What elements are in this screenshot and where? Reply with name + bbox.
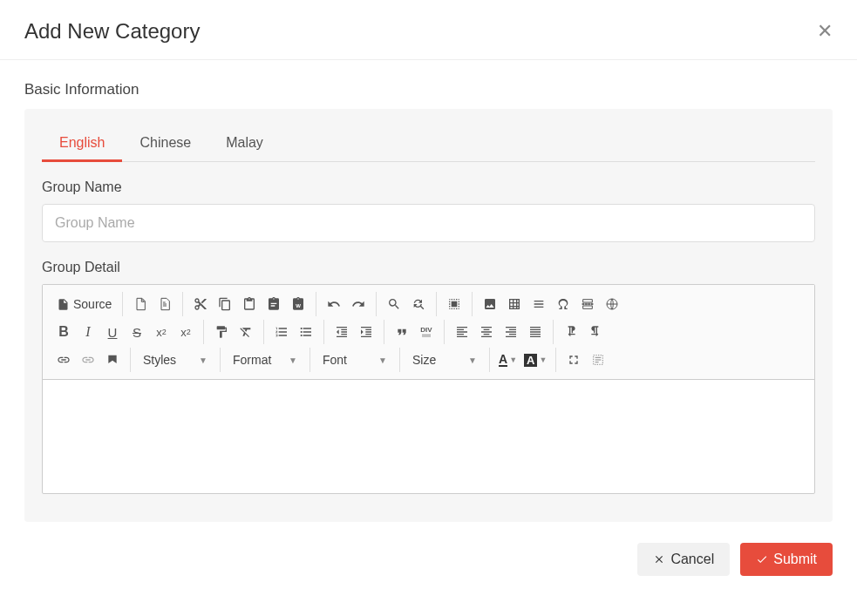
format-dropdown[interactable]: Format▼: [226, 348, 304, 372]
table-icon[interactable]: [502, 292, 527, 316]
svg-text:W: W: [296, 303, 302, 308]
image-icon[interactable]: [478, 292, 502, 316]
copy-icon[interactable]: [213, 292, 237, 316]
underline-icon[interactable]: U: [100, 320, 125, 344]
submit-label: Submit: [773, 552, 817, 567]
bulletlist-icon[interactable]: [294, 320, 318, 344]
iframe-icon[interactable]: [600, 292, 624, 316]
redo-icon[interactable]: [346, 292, 371, 316]
size-label: Size: [412, 353, 436, 367]
check-icon: [756, 553, 768, 565]
preview-icon[interactable]: [153, 292, 177, 316]
textcolor-dropdown[interactable]: A▼: [495, 348, 520, 372]
selectall-icon[interactable]: [442, 292, 466, 316]
alignleft-icon[interactable]: [450, 320, 474, 344]
close-button[interactable]: ✕: [817, 20, 833, 43]
bold-icon[interactable]: B: [51, 320, 76, 344]
alignright-icon[interactable]: [499, 320, 523, 344]
copyformat-icon[interactable]: [209, 320, 234, 344]
format-label: Format: [233, 353, 271, 367]
paste-word-icon[interactable]: W: [286, 292, 310, 316]
source-button[interactable]: Source: [51, 292, 117, 316]
showblocks-icon[interactable]: [586, 348, 610, 372]
paste-text-icon[interactable]: [262, 292, 286, 316]
font-label: Font: [323, 353, 347, 367]
blockquote-icon[interactable]: [390, 320, 414, 344]
group-name-label: Group Name: [42, 179, 815, 195]
editor-content[interactable]: [43, 380, 814, 493]
form-panel: English Chinese Malay Group Name Group D…: [24, 109, 833, 522]
size-dropdown[interactable]: Size▼: [405, 348, 484, 372]
rtl-icon[interactable]: [583, 320, 608, 344]
tab-chinese[interactable]: Chinese: [122, 126, 208, 162]
alignjustify-icon[interactable]: [523, 320, 548, 344]
replace-icon[interactable]: [406, 292, 431, 316]
submit-button[interactable]: Submit: [740, 543, 833, 576]
pagebreak-icon[interactable]: [575, 292, 600, 316]
close-icon: [653, 553, 665, 565]
italic-icon[interactable]: I: [76, 320, 100, 344]
font-dropdown[interactable]: Font▼: [316, 348, 394, 372]
div-icon[interactable]: DIV: [414, 320, 439, 344]
ltr-icon[interactable]: [559, 320, 583, 344]
find-icon[interactable]: [382, 292, 406, 316]
unlink-icon[interactable]: [76, 348, 100, 372]
maximize-icon[interactable]: [561, 348, 586, 372]
styles-dropdown[interactable]: Styles▼: [136, 348, 214, 372]
undo-icon[interactable]: [322, 292, 346, 316]
numberlist-icon[interactable]: [269, 320, 294, 344]
outdent-icon[interactable]: [330, 320, 354, 344]
aligncenter-icon[interactable]: [474, 320, 499, 344]
strike-icon[interactable]: S: [125, 320, 149, 344]
cancel-button[interactable]: Cancel: [637, 543, 730, 576]
language-tabs: English Chinese Malay: [42, 126, 815, 162]
editor-toolbar: Source W: [43, 285, 814, 380]
subscript-icon[interactable]: x2: [149, 320, 173, 344]
styles-label: Styles: [143, 353, 176, 367]
superscript-icon[interactable]: x2: [173, 320, 198, 344]
cut-icon[interactable]: [188, 292, 213, 316]
hr-icon[interactable]: [527, 292, 551, 316]
group-detail-label: Group Detail: [42, 260, 815, 275]
paste-icon[interactable]: [237, 292, 262, 316]
group-name-input[interactable]: [42, 204, 815, 242]
modal-title: Add New Category: [24, 19, 200, 44]
anchor-icon[interactable]: [100, 348, 125, 372]
tab-malay[interactable]: Malay: [208, 126, 281, 162]
indent-icon[interactable]: [354, 320, 378, 344]
tab-english[interactable]: English: [42, 126, 122, 162]
specialchar-icon[interactable]: [551, 292, 575, 316]
new-page-icon[interactable]: [128, 292, 153, 316]
link-icon[interactable]: [51, 348, 76, 372]
bgcolor-dropdown[interactable]: A▼: [520, 348, 550, 372]
source-label: Source: [73, 297, 112, 311]
cancel-label: Cancel: [670, 552, 714, 567]
removeformat-icon[interactable]: [234, 320, 258, 344]
section-title: Basic Information: [0, 60, 857, 109]
rich-text-editor: Source W: [42, 284, 815, 494]
